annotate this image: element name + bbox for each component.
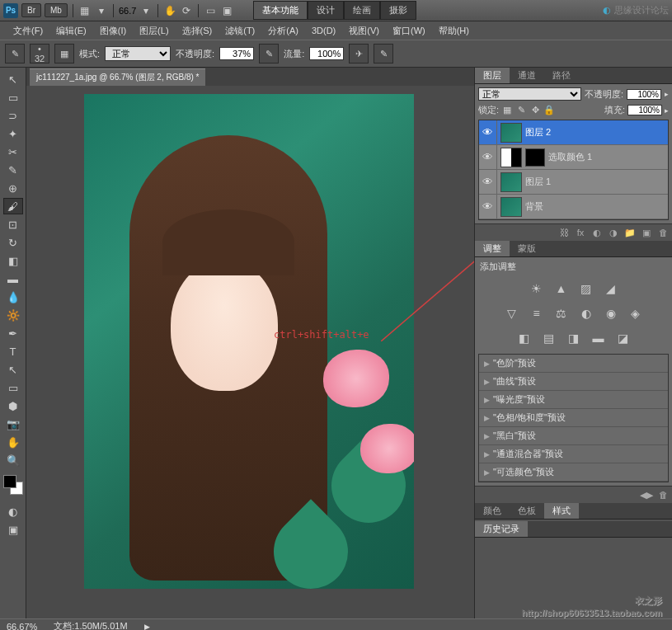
tablet-opacity-icon[interactable]: ✎ [259, 44, 279, 63]
heal-tool-icon[interactable]: ⊕ [3, 180, 23, 196]
layer-thumb[interactable] [500, 197, 522, 217]
new-layer-icon[interactable]: ▣ [640, 227, 653, 238]
tab-masks[interactable]: 蒙版 [510, 241, 544, 256]
brush-tool-icon[interactable]: 🖌 [3, 198, 23, 214]
layer-name[interactable]: 图层 2 [525, 126, 551, 139]
preset-row[interactable]: ▶"曲线"预设 [479, 373, 668, 391]
foreground-color[interactable] [3, 475, 16, 488]
menu-window[interactable]: 窗口(W) [386, 23, 432, 39]
layer-row[interactable]: 👁 图层 2 [479, 120, 668, 145]
fill-input[interactable] [627, 105, 662, 115]
dropdown-icon[interactable]: ▾ [95, 4, 108, 17]
crop-tool-icon[interactable]: ✂ [3, 143, 23, 160]
layer-blend-select[interactable]: 正常 [478, 87, 581, 101]
lock-transparent-icon[interactable]: ▦ [501, 105, 513, 116]
menu-edit[interactable]: 编辑(E) [49, 23, 93, 39]
gradientmap-icon[interactable]: ▬ [590, 331, 607, 346]
layer-thumb[interactable] [500, 123, 522, 143]
zoom-value[interactable]: 66.7 [119, 6, 136, 16]
eyedropper-tool-icon[interactable]: ✎ [3, 162, 23, 178]
chevron-right-icon[interactable]: ▶ [144, 623, 150, 631]
menu-layer[interactable]: 图层(L) [133, 23, 175, 39]
tablet-size-icon[interactable]: ✎ [374, 44, 393, 63]
layer-row[interactable]: 👁 图层 1 [479, 170, 668, 195]
invert-icon[interactable]: ◧ [516, 331, 533, 346]
workspace-tab-basic[interactable]: 基本功能 [253, 1, 308, 20]
path-tool-icon[interactable]: ↖ [3, 361, 23, 378]
tab-styles[interactable]: 样式 [544, 503, 579, 519]
tab-channels[interactable]: 通道 [510, 68, 544, 83]
screen-mode-icon[interactable]: ▣ [220, 4, 233, 17]
menu-help[interactable]: 帮助(H) [432, 23, 476, 39]
levels-icon[interactable]: ▲ [553, 281, 570, 296]
lock-pixels-icon[interactable]: ✎ [515, 105, 527, 116]
document-tab[interactable]: jc111227_1a.jpg @ 66.7% (图层 2, RGB/8) * [30, 68, 205, 86]
lasso-tool-icon[interactable]: ⊃ [3, 107, 23, 124]
curves-icon[interactable]: ▨ [578, 281, 594, 296]
trash-icon[interactable]: 🗑 [656, 489, 670, 501]
eraser-tool-icon[interactable]: ◧ [3, 252, 23, 269]
history-brush-icon[interactable]: ↻ [3, 234, 23, 251]
marquee-tool-icon[interactable]: ▭ [3, 89, 23, 106]
lock-all-icon[interactable]: 🔒 [543, 105, 555, 116]
stamp-tool-icon[interactable]: ⊡ [3, 216, 23, 233]
exposure-icon[interactable]: ◢ [603, 281, 619, 296]
type-tool-icon[interactable]: T [3, 343, 23, 360]
preset-row[interactable]: ▶"黑白"预设 [479, 427, 668, 445]
shape-tool-icon[interactable]: ▭ [3, 379, 23, 396]
airbrush-icon[interactable]: ✈ [349, 44, 369, 63]
dropdown-icon[interactable]: ▾ [139, 4, 153, 17]
flow-input[interactable] [309, 47, 344, 60]
tab-swatches[interactable]: 色板 [510, 503, 544, 519]
channelmixer-icon[interactable]: ◈ [627, 306, 644, 321]
lock-position-icon[interactable]: ✥ [529, 105, 541, 116]
menu-file[interactable]: 文件(F) [7, 23, 49, 39]
layer-name[interactable]: 选取颜色 1 [548, 151, 592, 163]
layer-thumb[interactable] [500, 172, 522, 192]
brush-preview[interactable]: •32 [30, 44, 49, 63]
trash-icon[interactable]: 🗑 [656, 227, 670, 238]
move-tool-icon[interactable]: ↖ [3, 71, 23, 87]
bw-icon[interactable]: ◐ [578, 306, 594, 321]
menu-analysis[interactable]: 分析(A) [261, 23, 305, 39]
huesat-icon[interactable]: ≡ [529, 306, 545, 321]
bridge-button[interactable]: Br [21, 3, 41, 17]
color-swatches[interactable] [3, 475, 23, 495]
3d-camera-icon[interactable]: 📷 [3, 416, 23, 432]
menu-select[interactable]: 选择(S) [176, 23, 219, 39]
posterize-icon[interactable]: ▤ [541, 331, 557, 346]
colorbalance-icon[interactable]: ⚖ [553, 306, 570, 321]
opacity-input[interactable] [219, 47, 254, 60]
adjustment-thumb[interactable] [500, 148, 522, 167]
preset-row[interactable]: ▶"曝光度"预设 [479, 391, 668, 409]
tool-preset-icon[interactable]: ✎ [5, 44, 25, 63]
3d-tool-icon[interactable]: ⬢ [3, 397, 23, 414]
tab-adjustments[interactable]: 调整 [475, 241, 510, 256]
blur-tool-icon[interactable]: 💧 [3, 289, 23, 305]
blend-mode-select[interactable]: 正常 [105, 46, 171, 61]
workspace-tab-photo[interactable]: 摄影 [380, 1, 416, 20]
chevron-icon[interactable]: ▸ [665, 90, 669, 98]
zoom-tool-icon[interactable]: 🔍 [3, 452, 23, 468]
adjustment-icon[interactable]: ◑ [607, 227, 620, 238]
chevron-icon[interactable]: ▸ [665, 106, 669, 115]
minibridge-button[interactable]: Mb [45, 3, 68, 17]
tab-layers[interactable]: 图层 [475, 68, 510, 83]
layer-row[interactable]: 👁 背景 [479, 195, 668, 219]
workspace-tab-paint[interactable]: 绘画 [344, 1, 380, 20]
menu-filter[interactable]: 滤镜(T) [219, 23, 261, 39]
quickmask-icon[interactable]: ◐ [3, 503, 23, 520]
preset-row[interactable]: ▶"色阶"预设 [479, 355, 668, 373]
menu-image[interactable]: 图像(I) [93, 23, 133, 39]
tab-paths[interactable]: 路径 [544, 68, 579, 83]
layer-mask-thumb[interactable] [525, 148, 545, 167]
menu-view[interactable]: 视图(V) [342, 23, 386, 39]
screenmode-icon[interactable]: ▣ [3, 521, 23, 538]
layer-name[interactable]: 图层 1 [525, 176, 551, 188]
preset-row[interactable]: ▶"色相/饱和度"预设 [479, 409, 668, 427]
vibrance-icon[interactable]: ▽ [504, 306, 520, 321]
hand-icon[interactable]: ✋ [163, 4, 176, 17]
visibility-icon[interactable]: 👁 [479, 120, 497, 145]
expand-icon[interactable]: ◀▶ [640, 489, 653, 501]
layer-name[interactable]: 背景 [525, 200, 543, 213]
